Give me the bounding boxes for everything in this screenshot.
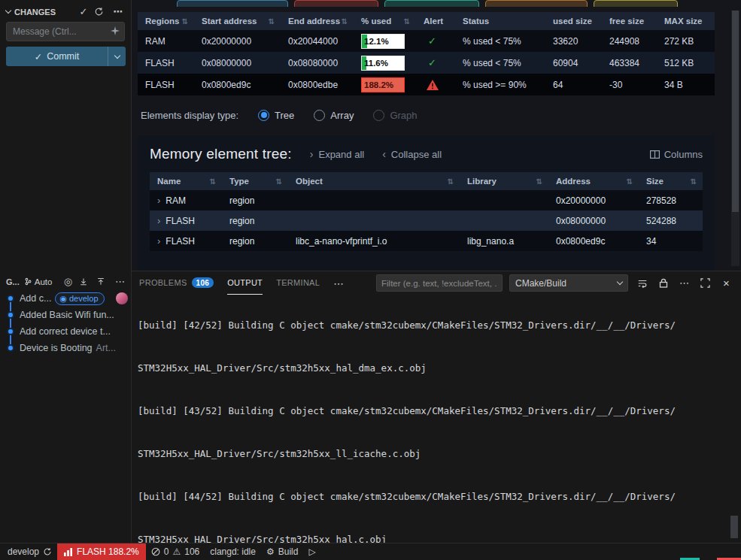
changes-section-header[interactable]: CHANGES ✓ ⋯: [0, 0, 131, 22]
legend-chip[interactable]: [594, 0, 678, 7]
column-header[interactable]: MAX size: [657, 17, 715, 26]
sparkle-icon[interactable]: [111, 26, 120, 35]
status-bar: develop FLASH 188.2% 0 ⚠ 106 clangd: idl…: [0, 543, 741, 560]
graph-more-icon[interactable]: ⋯: [114, 276, 126, 287]
column-header[interactable]: Size⇅: [639, 177, 703, 186]
lock-icon[interactable]: [656, 276, 670, 290]
commit-list-item[interactable]: Add correct device t...: [0, 323, 131, 340]
cmake-build-item[interactable]: ⚙ Build: [261, 543, 303, 560]
clangd-status-item[interactable]: clangd: idle: [205, 543, 261, 560]
scrollbar-track[interactable]: [731, 11, 739, 266]
column-header[interactable]: free size: [602, 17, 657, 26]
columns-button[interactable]: Columns: [650, 149, 703, 160]
maximize-panel-icon[interactable]: [698, 276, 712, 290]
radio-tree[interactable]: Tree: [258, 110, 294, 121]
word-wrap-icon[interactable]: [635, 276, 649, 290]
commit-dropdown-button[interactable]: [108, 47, 126, 66]
push-icon[interactable]: [96, 277, 109, 286]
column-header[interactable]: Library⇅: [460, 177, 548, 186]
output-filter-input[interactable]: [376, 274, 503, 292]
sort-icon: ⇅: [182, 17, 188, 26]
legend-chip[interactable]: [485, 0, 588, 7]
tree-card-header: Memory element tree: › Expand all ‹ Coll…: [150, 146, 703, 162]
column-header[interactable]: Type⇅: [222, 177, 288, 186]
commit-list: Add c... ◉ develop Added Basic Wifi fun.…: [0, 290, 131, 356]
commit-message: Added Basic Wifi fun...: [20, 310, 114, 320]
scrollbar-thumb[interactable]: [732, 11, 739, 212]
expand-all-button[interactable]: › Expand all: [310, 148, 364, 160]
commit-list-item[interactable]: Add c... ◉ develop: [0, 290, 131, 307]
commit-button[interactable]: ✓ Commit: [6, 47, 126, 66]
expand-chevron-icon[interactable]: ›: [157, 195, 160, 206]
column-header[interactable]: Object⇅: [288, 177, 460, 186]
start-address: 0x08000000: [194, 58, 281, 68]
more-tabs-icon[interactable]: ⋯: [333, 277, 344, 289]
column-header[interactable]: Alert: [416, 17, 455, 26]
legend-chip[interactable]: [177, 0, 288, 7]
close-panel-icon[interactable]: ×: [719, 276, 733, 290]
bottom-panel: PROBLEMS 106 OUTPUT TERMINAL ⋯ CMake/Bui…: [132, 271, 741, 543]
legend-chip[interactable]: [294, 0, 378, 7]
log-line: STM32H5xx_HAL_Driver/Src/stm32h5xx_hal.c…: [138, 532, 735, 543]
commit-list-item[interactable]: Device is Booting Art...: [0, 340, 131, 356]
usage-percent: 12.1%: [362, 37, 389, 46]
commit-check-icon[interactable]: ✓: [77, 6, 90, 17]
element-type: region: [222, 195, 288, 206]
radio-array[interactable]: Array: [314, 110, 354, 121]
branch-badge[interactable]: ◉ develop: [55, 292, 104, 305]
collapse-all-button[interactable]: ‹ Collapse all: [382, 148, 442, 160]
play-icon: ▷: [308, 546, 315, 557]
branch-status-item[interactable]: develop: [0, 543, 57, 560]
commit-author: Art...: [96, 343, 116, 353]
output-channel-select[interactable]: CMake/Build: [509, 274, 628, 292]
max-size: 272 KB: [657, 36, 715, 47]
graph-repo-picker[interactable]: Auto: [24, 277, 53, 286]
pull-icon[interactable]: [79, 277, 92, 286]
column-header[interactable]: Status: [455, 17, 545, 26]
refresh-icon[interactable]: [94, 7, 108, 17]
sort-icon: ⇅: [342, 17, 348, 26]
output-log[interactable]: [build] [42/52] Building C object cmake/…: [132, 295, 741, 543]
legend-chip[interactable]: [384, 0, 479, 7]
more-actions-icon[interactable]: ⋯: [111, 6, 125, 17]
column-header[interactable]: used size: [545, 17, 602, 26]
launch-target-item[interactable]: ▷: [303, 543, 320, 560]
column-header[interactable]: % used⇅: [354, 17, 416, 26]
tree-row[interactable]: ›FLASH region libc_a-nano-vfprintf_i.o l…: [150, 231, 703, 251]
element-name: RAM: [166, 195, 186, 206]
region-name: RAM: [138, 36, 194, 47]
expand-chevron-icon[interactable]: ›: [157, 235, 160, 247]
tree-row[interactable]: ›FLASH region 0x08000000 524288: [150, 210, 703, 231]
gear-icon: ⚙: [266, 546, 275, 557]
usage-progress-bar: 11.6%: [361, 56, 405, 71]
column-header[interactable]: Regions⇅: [138, 17, 194, 26]
column-header[interactable]: Address⇅: [548, 177, 639, 186]
tab-problems[interactable]: PROBLEMS 106: [139, 271, 214, 295]
target-icon[interactable]: ◎: [62, 276, 74, 287]
warning-count: 106: [184, 546, 199, 557]
column-header[interactable]: End address⇅: [281, 17, 354, 26]
tab-terminal[interactable]: TERMINAL: [276, 271, 320, 295]
branch-name: develop: [8, 546, 39, 557]
main-column: Regions⇅ Start address⇅ End address⇅ % u…: [132, 0, 741, 543]
panel-controls: CMake/Build ⋯: [376, 274, 733, 292]
commit-message-input[interactable]: [6, 22, 125, 41]
tree-row[interactable]: ›RAM region 0x20000000 278528: [150, 190, 703, 210]
tab-output[interactable]: OUTPUT: [227, 271, 263, 295]
sort-icon: ⇅: [276, 177, 282, 186]
source-control-sidebar: CHANGES ✓ ⋯ ✓ Commit: [0, 0, 132, 543]
flash-usage-badge[interactable]: FLASH 188.2%: [57, 543, 146, 560]
expand-chevron-icon[interactable]: ›: [157, 215, 160, 226]
table-row[interactable]: FLASH 0x08000000 0x08080000 11.6% ✓ % us…: [138, 52, 715, 74]
max-size: 34 B: [657, 80, 715, 90]
chevron-down-icon: [5, 8, 11, 14]
column-header[interactable]: Name⇅: [150, 177, 222, 186]
column-header[interactable]: Start address⇅: [194, 17, 281, 26]
table-row[interactable]: FLASH 0x0800ed9c 0x0800edbe 188.2% % use…: [138, 74, 715, 95]
scrollbar-thumb[interactable]: [730, 516, 738, 538]
element-name: FLASH: [166, 216, 195, 226]
commit-list-item[interactable]: Added Basic Wifi fun...: [0, 307, 131, 323]
table-row[interactable]: RAM 0x20000000 0x20044000 12.1% ✓ % used…: [138, 30, 715, 52]
problems-status-item[interactable]: 0 ⚠ 106: [146, 543, 205, 560]
panel-more-icon[interactable]: ⋯: [677, 276, 691, 290]
